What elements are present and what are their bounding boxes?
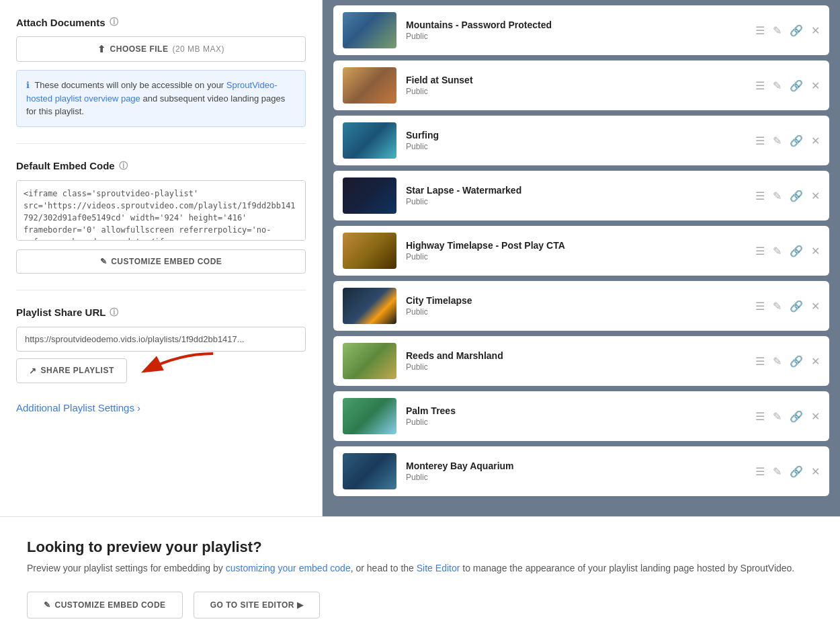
list-icon-mountains[interactable]: ☰ [755,24,765,37]
video-status-city: Public [406,307,746,317]
link-icon-city[interactable]: 🔗 [790,300,803,313]
attach-documents-title: Attach Documents ⓘ [16,16,306,28]
remove-icon-city[interactable]: ✕ [811,300,820,313]
list-icon-city[interactable]: ☰ [755,300,765,313]
share-playlist-label: SHARE PLAYLIST [41,366,114,375]
bottom-desc-before: Preview your playlist settings for embed… [27,563,226,573]
edit-icon-city[interactable]: ✎ [773,300,782,313]
additional-settings-label: Additional Playlist Settings [16,402,134,413]
edit-icon-monterey[interactable]: ✎ [773,465,782,478]
share-playlist-button[interactable]: ↗ SHARE PLAYLIST [16,358,127,383]
link-icon-highway[interactable]: 🔗 [790,245,803,257]
info-text-before: These documents will only be accessible … [34,80,226,90]
customize-embed-link[interactable]: customizing your embed code [226,563,351,573]
left-panel: Attach Documents ⓘ ⬆ CHOOSE FILE (20 MB … [0,0,323,516]
link-icon-monterey[interactable]: 🔗 [790,465,803,478]
link-icon-starlapse[interactable]: 🔗 [790,190,803,202]
video-item-starlapse: Star Lapse - Watermarked Public ☰ ✎ 🔗 ✕ [333,171,829,221]
additional-settings-link[interactable]: Additional Playlist Settings › [16,402,306,413]
video-actions-reeds: ☰ ✎ 🔗 ✕ [755,355,820,368]
playlist-share-url-label: Playlist Share URL [16,307,106,318]
video-title-sunset: Field at Sunset [406,75,746,85]
customize-embed-code-button[interactable]: ✎ CUSTOMIZE EMBED CODE [16,249,306,274]
video-actions-highway: ☰ ✎ 🔗 ✕ [755,245,820,257]
list-icon-reeds[interactable]: ☰ [755,355,765,368]
video-info-highway: Highway Timelapse - Post Play CTA Public [406,240,746,262]
page-wrapper: Attach Documents ⓘ ⬆ CHOOSE FILE (20 MB … [0,0,840,640]
divider-2 [16,290,306,290]
playlist-url-input[interactable]: https://sproutvideodemo.vids.io/playlist… [16,327,306,352]
video-title-monterey: Monterey Bay Aquarium [406,461,746,471]
video-actions-city: ☰ ✎ 🔗 ✕ [755,300,820,313]
video-item-palm: Palm Trees Public ☰ ✎ 🔗 ✕ [333,391,829,441]
video-title-city: City Timelapse [406,295,746,306]
additional-settings-section: Additional Playlist Settings › [16,402,306,413]
video-actions-mountains: ☰ ✎ 🔗 ✕ [755,24,820,37]
site-editor-link[interactable]: Site Editor [417,563,460,573]
remove-icon-sunset[interactable]: ✕ [811,79,820,92]
video-thumbnail-reeds [343,343,396,379]
video-actions-palm: ☰ ✎ 🔗 ✕ [755,410,820,423]
edit-icon-surfing[interactable]: ✎ [773,134,782,147]
playlist-share-url-section: Playlist Share URL ⓘ https://sproutvideo… [16,307,306,383]
video-item-highway: Highway Timelapse - Post Play CTA Public… [333,226,829,276]
embed-code-textarea[interactable]: <iframe class='sproutvideo-playlist' src… [16,180,306,241]
bottom-desc-middle: , or head to the [351,563,417,573]
go-to-site-editor-button[interactable]: GO TO SITE EDITOR ▶ [194,592,321,618]
bottom-title: Looking to preview your playlist? [27,538,813,556]
video-thumbnail-starlapse [343,177,396,214]
remove-icon-palm[interactable]: ✕ [811,410,820,423]
video-actions-monterey: ☰ ✎ 🔗 ✕ [755,465,820,478]
panels-row: Attach Documents ⓘ ⬆ CHOOSE FILE (20 MB … [0,0,840,516]
remove-icon-surfing[interactable]: ✕ [811,134,820,147]
remove-icon-starlapse[interactable]: ✕ [811,190,820,202]
red-arrow-indicator [132,347,220,394]
video-info-mountains: Mountains - Password Protected Public [406,19,746,41]
list-icon-monterey[interactable]: ☰ [755,465,765,478]
edit-icon-sunset[interactable]: ✎ [773,79,782,92]
video-thumbnail-palm [343,398,396,434]
video-thumbnail-sunset [343,67,396,104]
video-actions-surfing: ☰ ✎ 🔗 ✕ [755,134,820,147]
bottom-buttons: ✎ CUSTOMIZE EMBED CODE GO TO SITE EDITOR… [27,592,813,618]
video-info-monterey: Monterey Bay Aquarium Public [406,461,746,482]
list-icon-highway[interactable]: ☰ [755,245,765,257]
video-info-surfing: Surfing Public [406,130,746,151]
video-status-surfing: Public [406,142,746,151]
list-icon-surfing[interactable]: ☰ [755,134,765,147]
file-size-label: (20 MB max) [172,44,224,54]
info-icon-blue: ℹ [26,80,30,90]
list-icon-starlapse[interactable]: ☰ [755,190,765,202]
link-icon-sunset[interactable]: 🔗 [790,79,803,92]
attach-documents-label: Attach Documents [16,17,106,28]
edit-icon-highway[interactable]: ✎ [773,245,782,257]
video-thumbnail-monterey [343,453,396,489]
remove-icon-highway[interactable]: ✕ [811,245,820,257]
list-icon-sunset[interactable]: ☰ [755,79,765,92]
list-icon-palm[interactable]: ☰ [755,410,765,423]
edit-icon-mountains[interactable]: ✎ [773,24,782,37]
edit-icon-starlapse[interactable]: ✎ [773,190,782,202]
embed-code-info-icon[interactable]: ⓘ [119,160,128,172]
edit-icon-palm[interactable]: ✎ [773,410,782,423]
video-info-city: City Timelapse Public [406,295,746,317]
choose-file-button[interactable]: ⬆ CHOOSE FILE (20 MB max) [16,36,306,62]
right-panel[interactable]: Mountains - Password Protected Public ☰ … [323,0,840,516]
link-icon-reeds[interactable]: 🔗 [790,355,803,368]
attach-documents-info-icon[interactable]: ⓘ [110,16,118,28]
remove-icon-reeds[interactable]: ✕ [811,355,820,368]
remove-icon-monterey[interactable]: ✕ [811,465,820,478]
video-actions-sunset: ☰ ✎ 🔗 ✕ [755,79,820,92]
embed-code-label: Default Embed Code [16,160,115,171]
chevron-right-icon: › [137,402,140,413]
link-icon-palm[interactable]: 🔗 [790,410,803,423]
link-icon-mountains[interactable]: 🔗 [790,24,803,37]
bottom-customize-embed-button[interactable]: ✎ CUSTOMIZE EMBED CODE [27,592,183,618]
video-status-reeds: Public [406,362,746,372]
video-title-starlapse: Star Lapse - Watermarked [406,185,746,196]
link-icon-surfing[interactable]: 🔗 [790,134,803,147]
divider-1 [16,143,306,144]
playlist-share-url-info-icon[interactable]: ⓘ [110,307,118,319]
remove-icon-mountains[interactable]: ✕ [811,24,820,37]
edit-icon-reeds[interactable]: ✎ [773,355,782,368]
